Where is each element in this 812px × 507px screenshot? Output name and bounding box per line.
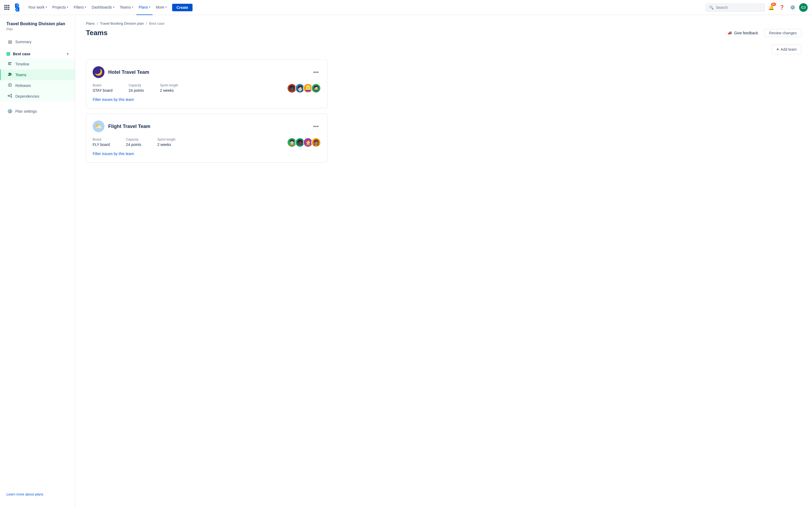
breadcrumb-plans[interactable]: Plans [86, 21, 95, 25]
sidebar-item-plan-settings-label: Plan settings [15, 109, 37, 113]
nav-projects[interactable]: Projects ▾ [50, 0, 70, 15]
flight-filter-link[interactable]: Filter issues by this team [93, 152, 134, 156]
header-actions: 📣 Give feedback Review changes [724, 29, 801, 37]
topnav: Your work ▾ Projects ▾ Filters ▾ Dashboa… [0, 0, 812, 15]
hotel-capacity-label: Capacity [129, 83, 144, 87]
sidebar-plan-label: Plan [0, 27, 75, 37]
sidebar-item-summary-label: Summary [15, 40, 32, 44]
chevron-down-icon: ▾ [67, 6, 68, 9]
megaphone-icon: 📣 [727, 31, 732, 35]
flight-team-logo: ⛅ [93, 120, 104, 132]
nav-plans[interactable]: Plans ▾ [137, 0, 153, 15]
flight-logo-emoji: ⛅ [95, 123, 103, 130]
help-button[interactable]: ❓ [778, 3, 786, 12]
hotel-team-more-button[interactable]: ••• [311, 68, 321, 76]
hotel-capacity-value: 24 points [129, 88, 144, 93]
hotel-logo-emoji: 🌙 [95, 68, 103, 76]
timeline-icon [7, 61, 13, 67]
notifications-button[interactable]: 🔔 9+ [767, 3, 775, 12]
main-area: Plans / Travel Booking Division plan / B… [75, 15, 812, 507]
svg-line-11 [9, 96, 11, 97]
nav-teams[interactable]: Teams ▾ [118, 0, 135, 15]
app-grid-icon[interactable] [4, 5, 10, 10]
search-placeholder: Search [716, 5, 728, 10]
sidebar-item-dependencies-label: Dependencies [15, 94, 40, 99]
user-avatar[interactable]: CJ [799, 3, 808, 12]
sidebar-item-teams[interactable]: Teams [0, 69, 75, 80]
plus-icon: + [776, 47, 779, 52]
sidebar-item-timeline[interactable]: Timeline [0, 59, 75, 69]
sidebar-plan-title: Travel Booking Division plan [0, 21, 75, 27]
breadcrumb-sep-2: / [146, 21, 147, 25]
nav-your-work[interactable]: Your work ▾ [26, 0, 49, 15]
sidebar-sub-items: Timeline Teams [0, 59, 75, 102]
flight-capacity-label: Capacity [126, 137, 141, 142]
dependencies-icon [7, 94, 13, 99]
hotel-filter-link[interactable]: Filter issues by this team [93, 97, 134, 102]
nav-dashboards[interactable]: Dashboards ▾ [89, 0, 116, 15]
main-layout: Travel Booking Division plan Plan ▤ Summ… [0, 15, 812, 507]
add-team-button[interactable]: + Add team [772, 45, 801, 54]
create-button[interactable]: Create [172, 4, 193, 11]
flight-capacity-value: 24 points [126, 143, 141, 147]
svg-rect-2 [8, 64, 11, 65]
flight-team-avatars: 🧑🏻‍🦱 🧑🏿 🧑🏻‍🦰 👩🏽 [287, 137, 321, 147]
best-case-label: Best case [13, 52, 30, 56]
sidebar: Travel Booking Division plan Plan ▤ Summ… [0, 15, 75, 507]
jira-logo[interactable] [13, 3, 21, 12]
hotel-capacity-detail: Capacity 24 points [129, 83, 144, 93]
sidebar-section-header[interactable]: Best case ▾ [0, 49, 75, 59]
add-team-container: + Add team [86, 45, 801, 54]
hotel-sprint-detail: Sprint length 2 weeks [160, 83, 178, 93]
svg-point-7 [8, 95, 9, 97]
flight-board-value: FLY board [93, 143, 110, 147]
svg-point-8 [11, 94, 12, 95]
chevron-down-icon: ▾ [132, 6, 133, 9]
chevron-down-icon: ▾ [165, 6, 167, 9]
sidebar-footer: Learn more about plans [0, 488, 75, 501]
hotel-board-detail: Board STAY board [93, 83, 112, 93]
team-name-section-flight: ⛅ Flight Travel Team [93, 120, 150, 132]
flight-capacity-detail: Capacity 24 points [126, 137, 141, 147]
best-case-indicator [6, 52, 10, 56]
hotel-team-avatars: 🧑🏿 👩🏻 👱🏻‍♀️ 🧔🏻 [287, 83, 321, 93]
flight-member-4: 👩🏽 [311, 137, 321, 147]
review-changes-button[interactable]: Review changes [764, 29, 801, 37]
sidebar-item-releases-label: Releases [15, 83, 31, 88]
nav-filters[interactable]: Filters ▾ [71, 0, 88, 15]
settings-button[interactable]: ⚙️ [789, 3, 797, 12]
search-box[interactable]: 🔍 Search [706, 3, 765, 11]
hotel-member-4: 🧔🏻 [311, 83, 321, 93]
hotel-team-details: Board STAY board Capacity 24 points Spri… [93, 83, 321, 93]
nav-more[interactable]: More ▾ [154, 0, 169, 15]
flight-board-label: Board [93, 137, 110, 142]
sidebar-item-dependencies[interactable]: Dependencies [0, 91, 75, 102]
flight-team-more-button[interactable]: ••• [311, 122, 321, 131]
team-card-flight: ⛅ Flight Travel Team ••• Board FLY board [86, 114, 327, 163]
flight-team-name: Flight Travel Team [108, 124, 150, 129]
learn-more-link[interactable]: Learn more about plans [6, 492, 43, 496]
hotel-board-value: STAY board [93, 88, 112, 93]
flight-board-detail: Board FLY board [93, 137, 110, 147]
search-icon: 🔍 [709, 5, 714, 10]
sidebar-item-summary[interactable]: ▤ Summary [0, 37, 75, 47]
chevron-down-icon: ▾ [46, 6, 47, 9]
section-chevron-icon: ▾ [67, 52, 68, 56]
breadcrumb-plan-name[interactable]: Travel Booking Division plan [100, 21, 144, 25]
sidebar-item-teams-label: Teams [15, 73, 26, 77]
svg-point-6 [9, 84, 10, 86]
summary-icon: ▤ [7, 39, 13, 44]
svg-rect-0 [8, 62, 12, 63]
page-title: Teams [86, 29, 107, 37]
flight-team-details: Board FLY board Capacity 24 points Sprin… [93, 137, 321, 147]
hotel-board-label: Board [93, 83, 112, 87]
team-name-section-hotel: 🌙 Hotel Travel Team [93, 66, 149, 78]
sidebar-item-timeline-label: Timeline [15, 62, 29, 66]
sidebar-item-plan-settings[interactable]: ⚙️ Plan settings [0, 106, 75, 116]
give-feedback-button[interactable]: 📣 Give feedback [724, 29, 762, 37]
svg-point-4 [10, 73, 11, 74]
sidebar-item-releases[interactable]: Releases [0, 80, 75, 91]
breadcrumb-sep-1: / [97, 21, 98, 25]
notification-badge: 9+ [771, 3, 776, 6]
team-card-hotel: 🌙 Hotel Travel Team ••• Board STAY board [86, 60, 327, 108]
